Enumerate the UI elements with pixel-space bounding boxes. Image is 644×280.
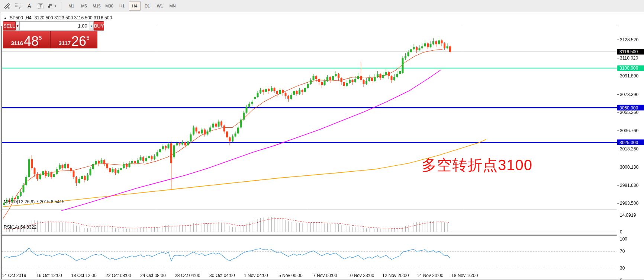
symbol-ohlc-line: ▲ SP500-,H4 3120.500 3123.500 3116.500 3…	[4, 15, 112, 20]
chart-window[interactable]: ▲ SP500-,H4 3120.500 3123.500 3116.500 3…	[0, 12, 644, 280]
fibonacci-icon[interactable]: F	[13, 1, 23, 11]
text-icon[interactable]: A	[24, 1, 35, 11]
price-axis-tick: 3000.130	[620, 165, 638, 170]
price-badge: 3116.500	[617, 49, 644, 54]
buy-price-big: 26	[71, 35, 86, 47]
toolbar-separator	[61, 2, 61, 10]
chart-annotation: 多空转折点3100	[422, 155, 532, 175]
timeframe-button-m30[interactable]: M30	[103, 1, 115, 11]
symbol-ohlc-values: 3120.500 3123.500 3116.500 3116.500	[35, 15, 112, 20]
buy-quote-button[interactable]: 3117 26 5	[51, 31, 97, 48]
sell-quote-button[interactable]: 3116 48 5	[3, 31, 50, 48]
buy-button[interactable]: BUY	[94, 21, 104, 31]
rsi-axis-tick: 70	[620, 249, 625, 254]
price-axis-tick: 3128.520	[620, 37, 638, 42]
time-axis-label: 22 Oct 08:00	[106, 273, 131, 278]
time-axis-label: 12 Nov 20:00	[382, 273, 409, 278]
text-label-icon[interactable]: T	[35, 1, 46, 11]
sell-price-sup: 5	[39, 35, 42, 41]
rsi-axis-tick: 100	[620, 236, 627, 242]
time-axis-label: 5 Nov 00:00	[278, 273, 303, 278]
time-axis-label: 30 Oct 04:00	[209, 273, 235, 278]
rsi-axis-tick: 0	[620, 278, 622, 280]
price-axis-tick: 3110.020	[620, 55, 638, 61]
one-click-trade-panel: SELL ▼ ▲ BUY 3116 48 5 3117 26 5	[3, 21, 97, 48]
timeframe-button-mn[interactable]: MN	[167, 1, 178, 11]
svg-text:E: E	[8, 7, 10, 9]
rsi-label: RSI(14) 54.3322	[4, 225, 36, 230]
timeframe-button-d1[interactable]: D1	[141, 1, 153, 11]
timeframe-button-w1[interactable]: W1	[154, 1, 166, 11]
price-axis-tick: 3018.260	[620, 146, 638, 152]
volume-dropdown-button[interactable]: ▼	[16, 21, 20, 31]
svg-text:T: T	[39, 4, 42, 8]
time-axis-label: 7 Nov 00:00	[313, 273, 337, 278]
volume-input[interactable]	[20, 21, 90, 31]
price-badge: 3100.000	[617, 65, 644, 71]
price-axis-tick: 3091.890	[620, 73, 638, 79]
rsi-axis-tick: 30	[620, 265, 625, 271]
price-axis-tick: 2981.630	[620, 183, 638, 188]
top-toolbar: E F A T	[0, 0, 644, 12]
svg-text:F: F	[19, 7, 21, 9]
sell-button[interactable]: SELL	[3, 21, 16, 31]
timeframe-button-m5[interactable]: M5	[78, 1, 90, 11]
triangle-up-icon: ▲	[4, 16, 7, 20]
time-axis-label: 24 Oct 08:00	[140, 273, 166, 278]
timeframe-button-m1[interactable]: M1	[65, 1, 77, 11]
timeframe-button-h4[interactable]: H4	[129, 1, 141, 11]
symbol-name: SP500-,H4	[10, 15, 32, 20]
equidistant-channel-icon[interactable]: E	[2, 1, 12, 11]
price-axis-tick: 3055.260	[620, 110, 638, 115]
volume-increase-button[interactable]: ▲	[90, 21, 94, 31]
buy-price-sup: 5	[86, 35, 89, 41]
macd-axis-min: 0	[620, 229, 622, 235]
price-badge: 3060.000	[617, 105, 644, 111]
macd-axis-max: 14.8919	[620, 213, 636, 218]
time-axis-label: 1 Nov 04:00	[244, 273, 268, 278]
time-axis-label: 14 Nov 20:00	[417, 273, 443, 278]
arrows-icon[interactable]: ▾	[46, 1, 57, 11]
price-axis-tick: 3036.760	[620, 128, 638, 133]
price-axis-tick: 3073.390	[620, 92, 638, 97]
timeframe-button-m15[interactable]: M15	[91, 1, 103, 11]
trading-terminal: E F A T	[0, 0, 644, 280]
price-axis-tick: 2963.500	[620, 201, 638, 206]
price-badge: 3025.000	[617, 140, 644, 145]
sell-price-small: 3116	[11, 40, 23, 46]
drawing-tools-group: E F A T	[0, 0, 59, 12]
time-axis-label: 18 Oct 12:00	[71, 273, 97, 278]
time-axis-label: 10 Nov 23:00	[348, 273, 374, 278]
timeframe-button-h1[interactable]: H1	[116, 1, 128, 11]
buy-price-small: 3117	[59, 40, 71, 46]
sell-price-big: 48	[24, 35, 39, 47]
time-axis-label: 18 Nov 16:00	[451, 273, 478, 278]
chevron-down-icon: ▾	[55, 4, 57, 8]
timeframe-group: M1M5M15M30H1H4D1W1MN	[64, 0, 180, 12]
time-axis-label: 16 Oct 12:00	[36, 273, 62, 278]
price-chart-canvas[interactable]	[0, 12, 644, 280]
time-axis-label: 14 Oct 2019	[2, 273, 26, 278]
time-axis-label: 28 Oct 04:00	[175, 273, 200, 278]
macd-label: MACD(12,26,9) 7.2015 8.5415	[4, 199, 64, 204]
